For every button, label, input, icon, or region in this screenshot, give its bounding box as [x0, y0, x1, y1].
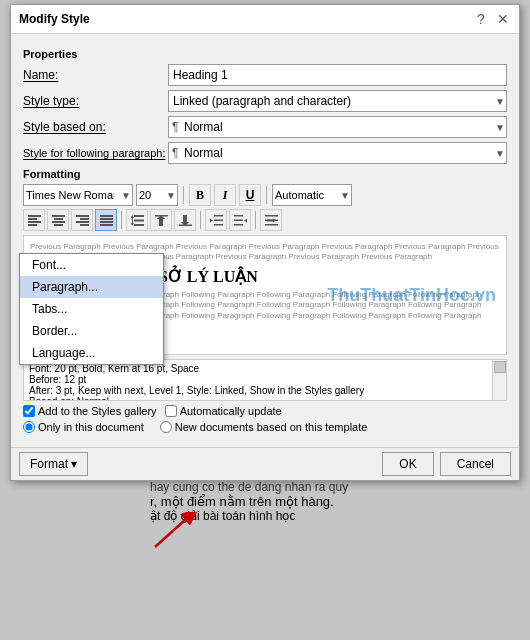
- format-dropdown-menu: Font... Paragraph... Tabs... Border... L…: [19, 253, 164, 365]
- style-following-label: Style for following paragraph:: [23, 147, 168, 159]
- font-info-line3: After: 3 pt, Keep with next, Level 1, St…: [29, 385, 488, 396]
- close-button[interactable]: ✕: [495, 11, 511, 27]
- align-right-button[interactable]: [71, 209, 93, 231]
- dropdown-font[interactable]: Font...: [20, 254, 163, 276]
- svg-rect-14: [100, 221, 113, 223]
- font-size-select[interactable]: 20: [136, 184, 178, 206]
- options-checkbox-row: Add to the Styles gallery Automatically …: [23, 405, 507, 417]
- only-this-doc-label[interactable]: Only in this document: [23, 421, 144, 433]
- bg-text-line3: ật độ giải bài toán hình học: [150, 509, 530, 523]
- rtl-button[interactable]: [260, 209, 282, 231]
- font-info-box: Font: 20 pt, Bold, Kern at 16 pt, Space …: [23, 359, 507, 401]
- alignment-toolbar: [23, 209, 507, 231]
- dropdown-paragraph[interactable]: Paragraph...: [20, 276, 163, 298]
- properties-section-label: Properties: [23, 48, 507, 60]
- svg-rect-8: [76, 215, 89, 217]
- italic-button[interactable]: I: [214, 184, 236, 206]
- line-spacing-button[interactable]: [126, 209, 148, 231]
- bottom-bar: Format ▾ OK Cancel: [11, 447, 519, 480]
- new-docs-radio[interactable]: [160, 421, 172, 433]
- svg-rect-2: [28, 221, 41, 223]
- svg-rect-16: [134, 215, 144, 217]
- style-type-label: Style type:: [23, 94, 168, 108]
- add-to-gallery-label[interactable]: Add to the Styles gallery: [23, 405, 157, 417]
- svg-marker-19: [131, 215, 134, 226]
- space-before-button[interactable]: [150, 209, 172, 231]
- svg-rect-32: [265, 215, 278, 217]
- ok-cancel-group: OK Cancel: [382, 452, 511, 476]
- font-info-line2: Before: 12 pt: [29, 374, 488, 385]
- auto-update-label[interactable]: Automatically update: [165, 405, 282, 417]
- only-this-doc-radio[interactable]: [23, 421, 35, 433]
- toolbar-sep4: [200, 211, 201, 229]
- red-arrow-indicator: [150, 512, 200, 552]
- color-select-wrapper: Automatic ▼: [272, 184, 352, 206]
- name-input[interactable]: [168, 64, 507, 86]
- svg-rect-12: [100, 215, 113, 217]
- svg-rect-9: [80, 218, 89, 220]
- indent-decrease-button[interactable]: [205, 209, 227, 231]
- dialog-title: Modify Style: [19, 12, 90, 26]
- underline-button[interactable]: U: [239, 184, 261, 206]
- dropdown-border[interactable]: Border...: [20, 320, 163, 342]
- align-center-button[interactable]: [47, 209, 69, 231]
- svg-marker-31: [244, 218, 247, 222]
- style-following-select-wrapper: ¶ Normal ▼: [168, 142, 507, 164]
- align-left-button[interactable]: [23, 209, 45, 231]
- toolbar-sep5: [255, 211, 256, 229]
- toolbar-sep2: [266, 186, 267, 204]
- svg-rect-21: [155, 215, 168, 217]
- svg-rect-17: [134, 219, 144, 221]
- svg-rect-15: [100, 224, 113, 226]
- style-type-row: Style type: Linked (paragraph and charac…: [23, 90, 507, 112]
- font-name-select[interactable]: Times New Roman: [23, 184, 133, 206]
- dropdown-tabs[interactable]: Tabs...: [20, 298, 163, 320]
- svg-marker-20: [157, 215, 165, 226]
- dropdown-language[interactable]: Language...: [20, 342, 163, 364]
- svg-rect-7: [54, 224, 63, 226]
- cancel-button[interactable]: Cancel: [440, 452, 511, 476]
- svg-rect-18: [134, 224, 144, 226]
- bg-text-line2: r, một điểm nằm trên một hàng.: [150, 494, 530, 509]
- options-radio-row: Only in this document New documents base…: [23, 421, 507, 433]
- indent-increase-button[interactable]: [229, 209, 251, 231]
- svg-line-37: [155, 520, 185, 547]
- align-justify-button[interactable]: [95, 209, 117, 231]
- svg-marker-27: [210, 218, 213, 222]
- color-select[interactable]: Automatic: [272, 184, 352, 206]
- svg-rect-24: [214, 215, 223, 217]
- svg-rect-5: [54, 218, 63, 220]
- svg-rect-6: [52, 221, 65, 223]
- font-size-select-wrapper: 20 ▼: [136, 184, 178, 206]
- svg-rect-25: [214, 219, 223, 221]
- svg-rect-1: [28, 218, 37, 220]
- auto-update-checkbox[interactable]: [165, 405, 177, 417]
- toolbar-sep3: [121, 211, 122, 229]
- style-type-select[interactable]: Linked (paragraph and character): [168, 90, 507, 112]
- font-info-line4: Based on: Normal: [29, 396, 488, 401]
- help-button[interactable]: ?: [473, 11, 489, 27]
- add-to-gallery-checkbox[interactable]: [23, 405, 35, 417]
- ok-button[interactable]: OK: [382, 452, 433, 476]
- svg-rect-4: [52, 215, 65, 217]
- svg-rect-13: [100, 218, 113, 220]
- svg-rect-26: [214, 224, 223, 226]
- format-button[interactable]: Format ▾: [19, 452, 88, 476]
- svg-rect-0: [28, 215, 41, 217]
- style-based-label: Style based on:: [23, 120, 168, 134]
- new-docs-label[interactable]: New documents based on this template: [160, 421, 368, 433]
- style-based-select[interactable]: [168, 116, 507, 138]
- svg-rect-10: [76, 221, 89, 223]
- name-label: Name:: [23, 68, 168, 82]
- svg-rect-30: [234, 224, 243, 226]
- style-following-select[interactable]: [168, 142, 507, 164]
- space-after-button[interactable]: [174, 209, 196, 231]
- svg-marker-35: [267, 218, 276, 222]
- bold-button[interactable]: B: [189, 184, 211, 206]
- svg-marker-22: [181, 215, 189, 226]
- bg-text-line1: hay cung co the de dang nhan ra quy: [150, 480, 530, 494]
- svg-rect-11: [80, 224, 89, 226]
- style-following-row: Style for following paragraph: ¶ Normal …: [23, 142, 507, 164]
- style-based-row: Style based on: ¶ Normal ▼: [23, 116, 507, 138]
- title-bar: Modify Style ? ✕: [11, 5, 519, 34]
